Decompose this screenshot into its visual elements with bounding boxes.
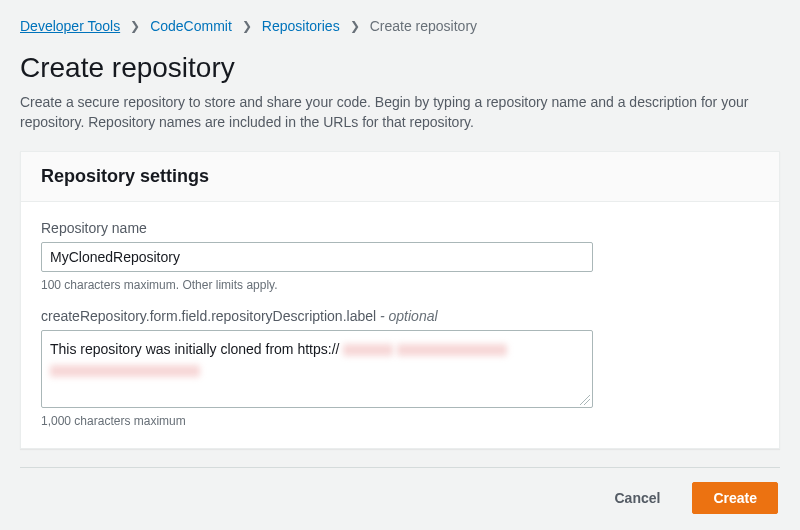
breadcrumb-link-developer-tools[interactable]: Developer Tools	[20, 18, 120, 34]
redacted-text	[50, 365, 200, 377]
repository-name-hint: 100 characters maximum. Other limits app…	[41, 278, 759, 292]
optional-indicator: - optional	[380, 308, 438, 324]
repository-description-label: createRepository.form.field.repositoryDe…	[41, 308, 759, 324]
repository-name-label: Repository name	[41, 220, 759, 236]
redacted-text	[397, 344, 507, 356]
repository-description-input[interactable]: This repository was initially cloned fro…	[41, 330, 593, 408]
repository-description-hint: 1,000 characters maximum	[41, 414, 759, 428]
breadcrumb: Developer Tools ❯ CodeCommit ❯ Repositor…	[20, 18, 780, 34]
page-title: Create repository	[20, 52, 780, 84]
panel-title: Repository settings	[41, 166, 759, 187]
chevron-right-icon: ❯	[350, 19, 360, 33]
repository-settings-panel: Repository settings Repository name 100 …	[20, 151, 780, 449]
repository-name-field: Repository name 100 characters maximum. …	[41, 220, 759, 292]
form-actions: Cancel Create	[20, 468, 780, 514]
breadcrumb-current: Create repository	[370, 18, 477, 34]
cancel-button[interactable]: Cancel	[594, 482, 680, 514]
page-description: Create a secure repository to store and …	[20, 92, 760, 133]
repository-description-value-prefix: This repository was initially cloned fro…	[50, 341, 339, 357]
repository-name-input[interactable]	[41, 242, 593, 272]
repository-description-field: createRepository.form.field.repositoryDe…	[41, 308, 759, 428]
breadcrumb-link-repositories[interactable]: Repositories	[262, 18, 340, 34]
chevron-right-icon: ❯	[242, 19, 252, 33]
create-button[interactable]: Create	[692, 482, 778, 514]
chevron-right-icon: ❯	[130, 19, 140, 33]
repository-description-label-text: createRepository.form.field.repositoryDe…	[41, 308, 376, 324]
breadcrumb-link-codecommit[interactable]: CodeCommit	[150, 18, 232, 34]
redacted-text	[343, 344, 393, 356]
panel-header: Repository settings	[21, 152, 779, 202]
